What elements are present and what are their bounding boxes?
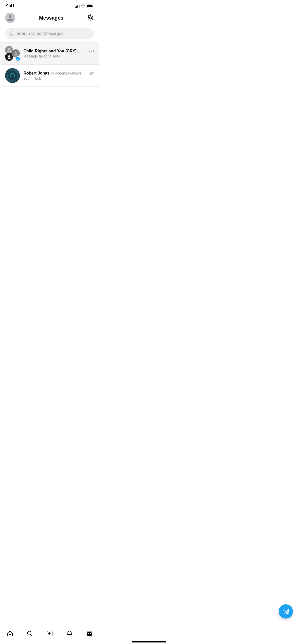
conversation-preview: You: hi bob: [23, 76, 94, 80]
conversation-time: · 22s: [87, 49, 94, 53]
conversation-item[interactable]: Robert Jonas @Robertpageflows · 1m You: …: [0, 65, 99, 87]
conversation-preview: Message failed to send: [23, 54, 94, 58]
svg-point-6: [8, 71, 17, 80]
status-bar: 9:41: [0, 0, 99, 11]
page-title: Messages: [39, 15, 63, 21]
conversation-item[interactable]: 3 Child Rights and You (CRY), Henry •...…: [0, 42, 99, 65]
svg-point-5: [8, 57, 11, 59]
group-avatar: 3: [5, 46, 20, 61]
svg-rect-7: [10, 75, 11, 77]
conversation-content: Child Rights and You (CRY), Henry •... ·…: [23, 49, 94, 58]
search-container: Search Direct Messages: [0, 26, 99, 42]
settings-button[interactable]: [87, 14, 94, 21]
unread-badge: 3: [15, 56, 20, 61]
status-time: 9:41: [6, 4, 15, 9]
svg-rect-8: [14, 75, 15, 77]
search-bar[interactable]: Search Direct Messages: [5, 28, 94, 39]
conversation-content: Robert Jonas @Robertpageflows · 1m You: …: [23, 71, 94, 80]
battery-icon: [87, 5, 93, 8]
svg-rect-1: [87, 5, 92, 7]
search-placeholder: Search Direct Messages: [16, 31, 63, 36]
svg-point-4: [8, 55, 10, 57]
search-icon: [10, 31, 14, 36]
status-icons: [75, 5, 93, 8]
signal-icon: [75, 5, 79, 8]
wifi-icon: [81, 5, 85, 8]
conversation-time: · 1m: [87, 71, 94, 75]
message-list: 3 Child Rights and You (CRY), Henry •...…: [0, 42, 99, 87]
conversation-handle: @Robertpageflows: [51, 71, 81, 75]
conversation-name: Child Rights and You (CRY), Henry •...: [23, 49, 85, 53]
header: Messages: [0, 11, 99, 26]
user-avatar-robert: [5, 68, 20, 83]
user-avatar[interactable]: [5, 13, 15, 23]
conversation-name: Robert Jonas: [23, 71, 49, 76]
